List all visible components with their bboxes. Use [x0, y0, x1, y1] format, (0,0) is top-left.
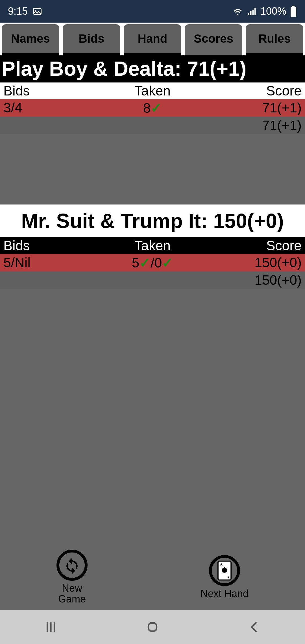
- team2-row: 5/Nil 5✓/0✓ 150(+0): [0, 254, 305, 271]
- tab-names[interactable]: Names: [2, 24, 59, 55]
- svg-rect-2: [248, 13, 249, 15]
- battery-icon: [290, 6, 297, 17]
- check-icon: ✓: [139, 255, 151, 270]
- team1-header: Play Boy & Dealta: 71(+1): [0, 55, 305, 82]
- tab-bar: Names Bids Hand Scores Rules: [0, 23, 305, 55]
- new-game-label: New Game: [58, 583, 86, 604]
- tab-hand[interactable]: Hand: [124, 24, 181, 55]
- team1-column-headers: Bids Taken Score: [0, 82, 305, 99]
- back-icon[interactable]: [247, 620, 261, 634]
- tab-bids[interactable]: Bids: [63, 24, 120, 55]
- svg-rect-4: [252, 10, 254, 15]
- team2-header: Mr. Suit & Trump It: 150(+0): [0, 204, 305, 237]
- main-content: Play Boy & Dealta: 71(+1) Bids Taken Sco…: [0, 55, 305, 610]
- refresh-icon: [56, 550, 88, 581]
- col-taken: Taken: [105, 83, 200, 99]
- svg-rect-7: [292, 6, 295, 7]
- home-icon[interactable]: [145, 620, 160, 634]
- team2-total: 150(+0): [200, 272, 302, 288]
- team2-row-score: 150(+0): [200, 255, 302, 270]
- recent-apps-icon[interactable]: [44, 620, 58, 634]
- new-game-button[interactable]: New Game: [56, 550, 88, 604]
- next-hand-button[interactable]: A♦ Next Hand: [201, 555, 249, 599]
- signal-icon: [247, 6, 257, 16]
- team2-total-row: 150(+0): [0, 271, 305, 289]
- status-bar: 9:15 100%: [0, 0, 305, 23]
- taken-value: 5: [132, 255, 140, 270]
- wifi-icon: [232, 6, 243, 17]
- team1-total-row: 71(+1): [0, 117, 305, 134]
- team1-row-score: 71(+1): [200, 100, 302, 116]
- col-bids: Bids: [3, 238, 105, 253]
- svg-rect-5: [254, 8, 256, 15]
- card-icon: A♦: [209, 555, 240, 586]
- tab-scores[interactable]: Scores: [185, 24, 242, 55]
- col-score: Score: [200, 238, 302, 253]
- bottom-buttons: New Game A♦ Next Hand: [0, 544, 305, 610]
- svg-text:A: A: [220, 562, 223, 566]
- svg-rect-3: [250, 11, 252, 15]
- team2-row-bids: 5/Nil: [3, 255, 105, 270]
- tab-rules[interactable]: Rules: [246, 24, 303, 55]
- check-icon: ✓: [162, 255, 173, 270]
- team1-total: 71(+1): [200, 118, 302, 133]
- team1-row-taken: 8✓: [105, 100, 200, 116]
- col-score: Score: [200, 83, 302, 99]
- svg-rect-6: [291, 7, 296, 17]
- battery-percent: 100%: [260, 5, 286, 17]
- team2-row-taken: 5✓/0✓: [105, 255, 200, 271]
- team2-column-headers: Bids Taken Score: [0, 237, 305, 254]
- check-icon: ✓: [151, 101, 162, 116]
- picture-icon: [32, 6, 42, 16]
- taken-value: 8: [143, 101, 151, 116]
- svg-rect-14: [148, 623, 156, 631]
- team1-row-bids: 3/4: [3, 100, 105, 116]
- nav-bar: [0, 610, 305, 644]
- next-hand-label: Next Hand: [201, 588, 249, 599]
- svg-text:♦: ♦: [227, 575, 229, 580]
- team1-row: 3/4 8✓ 71(+1): [0, 99, 305, 117]
- col-bids: Bids: [3, 83, 105, 99]
- taken-mid: /0: [151, 255, 162, 270]
- status-time: 9:15: [8, 5, 28, 17]
- col-taken: Taken: [105, 238, 200, 253]
